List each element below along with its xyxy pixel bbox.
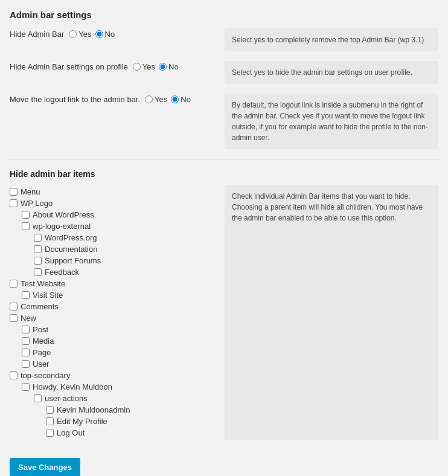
checkbox-comments[interactable]	[10, 303, 18, 310]
hide-items-description: Check individual Admin Bar items that yo…	[225, 185, 438, 440]
checkbox-label-edit-my-profile[interactable]: Edit My Profile	[57, 417, 107, 426]
list-item-test-website: Test Website	[10, 279, 215, 288]
list-item-media: Media	[10, 336, 215, 346]
checkbox-new[interactable]	[10, 314, 18, 322]
list-item-post: Post	[10, 325, 215, 334]
list-item-visit-site: Visit Site	[10, 291, 215, 300]
checkbox-post[interactable]	[22, 326, 30, 333]
checkbox-support-forums[interactable]	[34, 257, 42, 265]
setting-row-move-logout: Move the logout link to the admin bar. Y…	[10, 94, 438, 149]
radio-move-logout-no[interactable]	[171, 95, 179, 103]
radio-label-hide-admin-bar-no[interactable]: No	[95, 30, 115, 39]
checkbox-label-log-out[interactable]: Log Out	[57, 428, 85, 437]
setting-label-text-move-logout: Move the logout link to the admin bar.	[10, 95, 140, 104]
list-item-feedback: Feedback	[10, 268, 215, 277]
checkbox-menu[interactable]	[10, 188, 18, 196]
items-list: MenuWP LogoAbout WordPresswp-logo-extern…	[10, 187, 215, 437]
list-item-top-secondary: top-secondary	[10, 371, 215, 380]
radio-label-hide-admin-bar-profile-yes[interactable]: Yes	[133, 62, 155, 71]
checkbox-label-new[interactable]: New	[21, 314, 36, 323]
checkbox-label-page[interactable]: Page	[33, 348, 51, 357]
checkbox-user[interactable]	[22, 360, 30, 368]
checkbox-wordpress-org[interactable]	[34, 234, 42, 242]
setting-row-hide-admin-bar-profile: Hide Admin Bar settings on profile Yes N…	[10, 61, 438, 84]
checkbox-label-visit-site[interactable]: Visit Site	[33, 291, 63, 300]
checkbox-label-user-actions[interactable]: user-actions	[45, 394, 88, 403]
checkbox-label-comments[interactable]: Comments	[21, 302, 59, 311]
description-hide-admin-bar: Select yes to completely remove the top …	[225, 28, 438, 51]
list-item-howdy: Howdy, Kevin Muldoon	[10, 382, 215, 391]
checkbox-visit-site[interactable]	[22, 291, 30, 299]
checkbox-wp-logo-external[interactable]	[22, 222, 30, 230]
checkbox-label-wp-logo-external[interactable]: wp-logo-external	[33, 222, 91, 231]
checkbox-label-user[interactable]: User	[33, 359, 49, 368]
setting-row-hide-admin-bar: Hide Admin Bar Yes NoSelect yes to compl…	[10, 28, 438, 51]
list-item-support-forums: Support Forums	[10, 256, 215, 265]
checkbox-label-howdy[interactable]: Howdy, Kevin Muldoon	[33, 382, 112, 391]
checkbox-feedback[interactable]	[34, 268, 42, 276]
list-item-page: Page	[10, 348, 215, 357]
checkbox-label-wordpress-org[interactable]: WordPress.org	[45, 233, 97, 242]
radio-group-hide-admin-bar-profile: Yes No	[133, 62, 179, 71]
checkbox-howdy[interactable]	[22, 383, 30, 391]
checkbox-about-wordpress[interactable]	[22, 211, 30, 219]
list-item-kevin-muldoonadmin: Kevin Muldoonadmin	[10, 405, 215, 414]
checkbox-label-feedback[interactable]: Feedback	[45, 268, 79, 277]
hide-items-title: Hide admin bar items	[10, 169, 438, 179]
description-hide-admin-bar-profile: Select yes to hide the admin bar setting…	[225, 61, 438, 84]
hide-items-section: MenuWP LogoAbout WordPresswp-logo-extern…	[10, 185, 438, 440]
radio-label-hide-admin-bar-yes[interactable]: Yes	[69, 30, 91, 39]
radio-hide-admin-bar-yes[interactable]	[69, 30, 77, 38]
list-item-comments: Comments	[10, 302, 215, 311]
checkbox-label-kevin-muldoonadmin[interactable]: Kevin Muldoonadmin	[57, 405, 130, 414]
setting-label-move-logout: Move the logout link to the admin bar. Y…	[10, 94, 215, 104]
checkbox-top-secondary[interactable]	[10, 371, 18, 379]
checkbox-label-top-secondary[interactable]: top-secondary	[21, 371, 70, 380]
list-item-new: New	[10, 314, 215, 323]
radio-hide-admin-bar-profile-no[interactable]	[159, 63, 167, 71]
radio-hide-admin-bar-profile-yes[interactable]	[133, 63, 141, 71]
radio-hide-admin-bar-no[interactable]	[95, 30, 103, 38]
checkbox-label-about-wordpress[interactable]: About WordPress	[33, 210, 94, 219]
list-item-wp-logo: WP Logo	[10, 199, 215, 208]
list-item-about-wordpress: About WordPress	[10, 210, 215, 219]
radio-move-logout-yes[interactable]	[145, 95, 153, 103]
checkbox-kevin-muldoonadmin[interactable]	[46, 406, 54, 414]
list-item-user-actions: user-actions	[10, 394, 215, 403]
setting-label-text-hide-admin-bar-profile: Hide Admin Bar settings on profile	[10, 62, 128, 71]
checkbox-label-wp-logo[interactable]: WP Logo	[21, 199, 53, 208]
checkbox-tree: MenuWP LogoAbout WordPresswp-logo-extern…	[10, 185, 215, 440]
radio-label-hide-admin-bar-profile-no[interactable]: No	[159, 62, 179, 71]
list-item-edit-my-profile: Edit My Profile	[10, 417, 215, 426]
settings-container: Hide Admin Bar Yes NoSelect yes to compl…	[10, 28, 438, 149]
list-item-user: User	[10, 359, 215, 368]
list-item-wordpress-org: WordPress.org	[10, 233, 215, 242]
list-item-wp-logo-external: wp-logo-external	[10, 222, 215, 231]
checkbox-user-actions[interactable]	[34, 394, 42, 402]
setting-label-hide-admin-bar: Hide Admin Bar Yes No	[10, 28, 215, 39]
list-item-documentation: Documentation	[10, 245, 215, 254]
checkbox-label-documentation[interactable]: Documentation	[45, 245, 97, 254]
checkbox-page[interactable]	[22, 349, 30, 356]
checkbox-edit-my-profile[interactable]	[46, 417, 54, 425]
checkbox-log-out[interactable]	[46, 429, 54, 437]
checkbox-label-test-website[interactable]: Test Website	[21, 279, 65, 288]
checkbox-wp-logo[interactable]	[10, 199, 18, 207]
divider	[10, 159, 438, 159]
checkbox-label-post[interactable]: Post	[33, 325, 48, 334]
radio-label-move-logout-no[interactable]: No	[171, 95, 191, 104]
list-item-log-out: Log Out	[10, 428, 215, 437]
radio-group-hide-admin-bar: Yes No	[69, 30, 115, 39]
checkbox-documentation[interactable]	[34, 245, 42, 253]
save-button[interactable]: Save Changes	[10, 458, 80, 476]
checkbox-label-media[interactable]: Media	[33, 336, 54, 346]
checkbox-label-menu[interactable]: Menu	[21, 187, 40, 196]
radio-group-move-logout: Yes No	[145, 95, 191, 104]
checkbox-test-website[interactable]	[10, 280, 18, 288]
checkbox-media[interactable]	[22, 337, 30, 345]
page-title: Admin bar settings	[10, 10, 438, 20]
checkbox-label-support-forums[interactable]: Support Forums	[45, 256, 101, 265]
radio-label-move-logout-yes[interactable]: Yes	[145, 95, 167, 104]
description-move-logout: By default, the logout link is inside a …	[225, 94, 438, 149]
page-wrap: Admin bar settings Hide Admin Bar Yes No…	[10, 10, 438, 476]
